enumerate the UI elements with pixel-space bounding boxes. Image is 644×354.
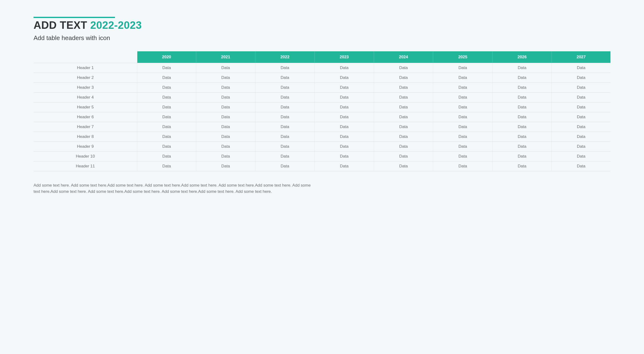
table-cell: Data [492, 83, 552, 93]
table-cell: Data [196, 122, 255, 132]
table-cell: Data [314, 93, 374, 102]
table-cell: Data [314, 161, 374, 171]
table-row: Header 5DataDataDataDataDataDataDataData [34, 102, 610, 112]
column-header: 2020 [137, 51, 196, 63]
table-cell: Data [433, 151, 492, 161]
table-cell: Data [433, 112, 492, 122]
footer-text: Add some text here. Add some text here.A… [34, 182, 316, 195]
table-row: Header 10DataDataDataDataDataDataDataDat… [34, 151, 610, 161]
row-header: Header 7 [34, 122, 137, 132]
table-cell: Data [433, 102, 492, 112]
table-cell: Data [374, 112, 433, 122]
table-cell: Data [492, 93, 552, 102]
table-cell: Data [255, 63, 314, 73]
table-cell: Data [255, 93, 314, 102]
table-body: Header 1DataDataDataDataDataDataDataData… [34, 63, 610, 171]
row-header: Header 4 [34, 93, 137, 102]
table-cell: Data [196, 63, 255, 73]
row-header: Header 6 [34, 112, 137, 122]
table-cell: Data [314, 83, 374, 93]
table-cell: Data [314, 63, 374, 73]
table-cell: Data [137, 122, 196, 132]
table-cell: Data [492, 112, 552, 122]
table-cell: Data [492, 122, 552, 132]
table-row: Header 8DataDataDataDataDataDataDataData [34, 132, 610, 142]
table-cell: Data [433, 161, 492, 171]
title-rule [34, 17, 115, 18]
table-cell: Data [196, 142, 255, 151]
row-header: Header 8 [34, 132, 137, 142]
table-cell: Data [255, 73, 314, 83]
table-cell: Data [196, 83, 255, 93]
table-cell: Data [314, 151, 374, 161]
row-header: Header 2 [34, 73, 137, 83]
column-header: 2021 [196, 51, 255, 63]
table-cell: Data [433, 63, 492, 73]
column-header: 2027 [552, 51, 610, 63]
table-cell: Data [137, 83, 196, 93]
table-cell: Data [196, 151, 255, 161]
table-cell: Data [433, 73, 492, 83]
table-cell: Data [137, 142, 196, 151]
table-cell: Data [552, 142, 610, 151]
table-row: Header 6DataDataDataDataDataDataDataData [34, 112, 610, 122]
table-cell: Data [552, 93, 610, 102]
table-cell: Data [255, 112, 314, 122]
table-cell: Data [137, 102, 196, 112]
table-cell: Data [255, 83, 314, 93]
table-cell: Data [552, 63, 610, 73]
table-cell: Data [255, 151, 314, 161]
table-cell: Data [314, 112, 374, 122]
table-cell: Data [374, 83, 433, 93]
table-row: Header 3DataDataDataDataDataDataDataData [34, 83, 610, 93]
column-header: 2023 [314, 51, 374, 63]
row-header: Header 11 [34, 161, 137, 171]
title-accent: 2022-2023 [90, 19, 142, 31]
table-cell: Data [137, 151, 196, 161]
table-cell: Data [137, 63, 196, 73]
table-cell: Data [552, 161, 610, 171]
data-table: 20202021202220232024202520262027 Header … [34, 51, 610, 171]
table-cell: Data [433, 93, 492, 102]
table-cell: Data [433, 83, 492, 93]
column-header: 2025 [433, 51, 492, 63]
table-cell: Data [255, 161, 314, 171]
table-row: Header 7DataDataDataDataDataDataDataData [34, 122, 610, 132]
table-cell: Data [374, 93, 433, 102]
table-cell: Data [314, 102, 374, 112]
table-cell: Data [374, 142, 433, 151]
page-title: ADD TEXT 2022-2023 [34, 20, 610, 31]
table-cell: Data [492, 102, 552, 112]
table-row: Header 11DataDataDataDataDataDataDataDat… [34, 161, 610, 171]
table-cell: Data [552, 122, 610, 132]
column-header: 2024 [374, 51, 433, 63]
title-main: ADD TEXT [34, 19, 87, 31]
table-cell: Data [492, 151, 552, 161]
table-corner-cell [34, 51, 137, 63]
table-cell: Data [314, 73, 374, 83]
row-header: Header 3 [34, 83, 137, 93]
table-cell: Data [552, 151, 610, 161]
table-cell: Data [196, 132, 255, 142]
data-table-wrap: 20202021202220232024202520262027 Header … [34, 51, 610, 171]
table-cell: Data [196, 93, 255, 102]
table-header-row: 20202021202220232024202520262027 [34, 51, 610, 63]
table-cell: Data [137, 93, 196, 102]
table-cell: Data [374, 132, 433, 142]
table-cell: Data [255, 122, 314, 132]
table-cell: Data [433, 142, 492, 151]
table-cell: Data [255, 102, 314, 112]
table-cell: Data [552, 112, 610, 122]
table-cell: Data [137, 161, 196, 171]
table-cell: Data [137, 112, 196, 122]
table-cell: Data [492, 142, 552, 151]
table-cell: Data [374, 151, 433, 161]
row-header: Header 9 [34, 142, 137, 151]
table-cell: Data [433, 122, 492, 132]
table-cell: Data [314, 142, 374, 151]
table-cell: Data [314, 122, 374, 132]
table-cell: Data [492, 161, 552, 171]
table-cell: Data [492, 63, 552, 73]
table-cell: Data [433, 132, 492, 142]
table-cell: Data [552, 73, 610, 83]
